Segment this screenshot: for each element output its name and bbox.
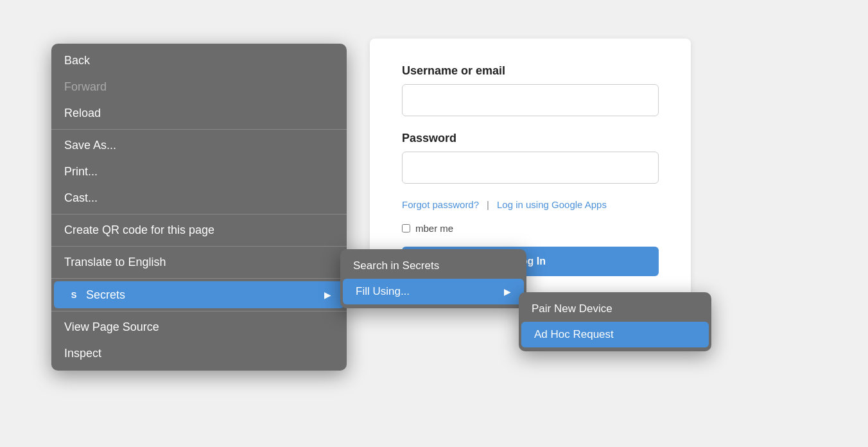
username-input[interactable] <box>402 84 659 116</box>
secrets-icon: S <box>67 288 81 302</box>
menu-item-inspect[interactable]: Inspect <box>51 340 347 367</box>
menu-item-fill-using[interactable]: Fill Using... ▶ <box>343 279 524 304</box>
menu-item-ad-hoc-request[interactable]: Ad Hoc Request <box>521 322 709 347</box>
menu-item-cast-label: Cast... <box>64 191 98 205</box>
divider-3 <box>51 246 347 247</box>
divider-1 <box>51 129 347 130</box>
menu-item-save-as-label: Save As... <box>64 139 116 152</box>
divider-2 <box>51 214 347 215</box>
menu-item-forward-label: Forward <box>64 80 107 94</box>
password-group: Password <box>402 132 659 184</box>
menu-item-forward[interactable]: Forward <box>51 74 347 100</box>
menu-item-ad-hoc-request-label: Ad Hoc Request <box>534 328 614 341</box>
submenu-arrow-icon: ▶ <box>324 290 331 300</box>
menu-item-create-qr[interactable]: Create QR code for this page <box>51 217 347 243</box>
menu-item-secrets-label: Secrets <box>86 288 125 302</box>
menu-item-back-label: Back <box>64 54 90 67</box>
menu-item-search-secrets-label: Search in Secrets <box>353 259 439 272</box>
divider-4 <box>51 278 347 279</box>
form-links: Forgot password? | Log in using Google A… <box>402 199 659 210</box>
password-input[interactable] <box>402 152 659 184</box>
remember-label: mber me <box>415 223 453 234</box>
menu-item-view-source[interactable]: View Page Source <box>51 314 347 340</box>
menu-item-translate[interactable]: Translate to English <box>51 249 347 276</box>
link-separator: | <box>487 199 489 210</box>
username-group: Username or email <box>402 64 659 116</box>
menu-item-print[interactable]: Print... <box>51 159 347 185</box>
secrets-submenu: Search in Secrets Fill Using... ▶ <box>340 249 526 308</box>
menu-item-search-secrets[interactable]: Search in Secrets <box>340 253 526 279</box>
username-label: Username or email <box>402 64 659 78</box>
remember-checkbox[interactable] <box>402 224 410 232</box>
menu-item-reload[interactable]: Reload <box>51 100 347 127</box>
google-login-link[interactable]: Log in using Google Apps <box>497 199 607 210</box>
context-menu: Back Forward Reload Save As... Print... … <box>51 44 347 371</box>
menu-item-secrets-content: S Secrets <box>67 288 125 302</box>
forgot-password-link[interactable]: Forgot password? <box>402 199 479 210</box>
password-label: Password <box>402 132 659 145</box>
fill-using-submenu: Pair New Device Ad Hoc Request <box>519 292 711 351</box>
menu-item-translate-label: Translate to English <box>64 256 166 269</box>
menu-item-fill-using-label: Fill Using... <box>356 285 410 298</box>
remember-row: mber me <box>402 223 659 234</box>
menu-item-view-source-label: View Page Source <box>64 320 159 334</box>
menu-item-create-qr-label: Create QR code for this page <box>64 224 214 237</box>
menu-item-pair-new-device[interactable]: Pair New Device <box>519 296 711 322</box>
menu-item-reload-label: Reload <box>64 107 101 120</box>
fill-submenu-arrow-icon: ▶ <box>504 286 511 297</box>
menu-item-back[interactable]: Back <box>51 48 347 74</box>
menu-item-save-as[interactable]: Save As... <box>51 132 347 159</box>
menu-item-inspect-label: Inspect <box>64 347 101 360</box>
menu-item-cast[interactable]: Cast... <box>51 185 347 211</box>
menu-item-pair-new-device-label: Pair New Device <box>532 302 612 315</box>
menu-item-print-label: Print... <box>64 165 98 179</box>
menu-item-secrets[interactable]: S Secrets ▶ <box>54 281 344 308</box>
divider-5 <box>51 311 347 311</box>
